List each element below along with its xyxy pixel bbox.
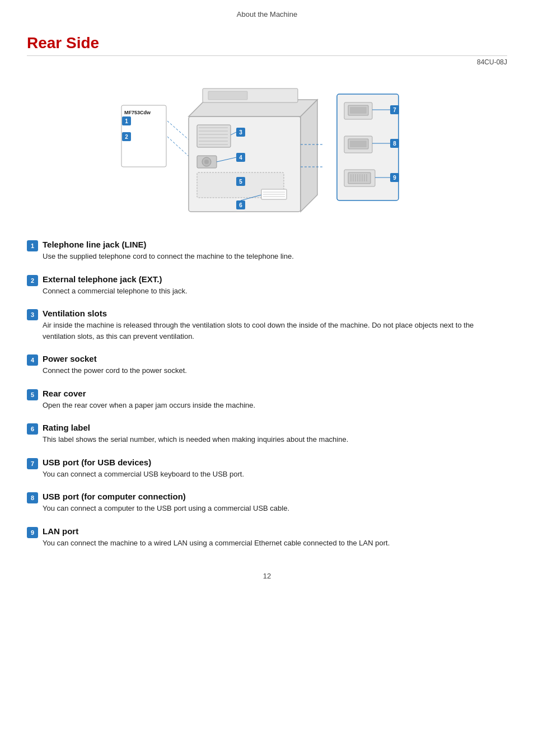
item-1-title: Telephone line jack (LINE) — [43, 240, 507, 249]
item-4-desc: Connect the power cord to the power sock… — [43, 365, 507, 376]
page-title: Rear Side — [27, 34, 507, 56]
item-4: 4 Power socket Connect the power cord to… — [27, 354, 507, 376]
item-1: 1 Telephone line jack (LINE) Use the sup… — [27, 240, 507, 262]
badge-1: 1 — [27, 240, 38, 251]
svg-text:2: 2 — [125, 134, 128, 140]
badge-8: 8 — [27, 492, 38, 503]
item-6: 6 Rating label This label shows the seri… — [27, 423, 507, 445]
svg-text:7: 7 — [393, 107, 396, 113]
badge-4: 4 — [27, 354, 38, 366]
machine-diagram: MF753Cdw 1 2 — [27, 72, 507, 223]
item-1-desc: Use the supplied telephone cord to conne… — [43, 251, 507, 262]
item-3-content: Ventilation slots Air inside the machine… — [43, 309, 507, 342]
item-9-desc: You can connect the machine to a wired L… — [43, 538, 507, 549]
page-footer: 12 — [0, 561, 534, 586]
badge-2: 2 — [27, 275, 38, 286]
item-7-title: USB port (for USB devices) — [43, 458, 507, 467]
item-5-title: Rear cover — [43, 389, 507, 398]
model-code: 84CU-08J — [27, 58, 507, 66]
svg-text:1: 1 — [125, 118, 128, 124]
svg-text:5: 5 — [239, 179, 242, 185]
item-8: 8 USB port (for computer connection) You… — [27, 492, 507, 514]
item-4-content: Power socket Connect the power cord to t… — [43, 354, 507, 376]
badge-5: 5 — [27, 389, 38, 400]
badge-6: 6 — [27, 423, 38, 435]
badge-9: 9 — [27, 527, 38, 538]
item-2-desc: Connect a commercial telephone to this j… — [43, 286, 507, 297]
item-9: 9 LAN port You can connect the machine t… — [27, 526, 507, 549]
item-5: 5 Rear cover Open the rear cover when a … — [27, 389, 507, 411]
badge-3: 3 — [27, 309, 38, 320]
svg-rect-42 — [350, 107, 367, 114]
item-3-desc: Air inside the machine is released throu… — [43, 320, 507, 342]
item-3-title: Ventilation slots — [43, 309, 507, 318]
item-8-desc: You can connect a computer to the USB po… — [43, 503, 507, 514]
item-7-content: USB port (for USB devices) You can conne… — [43, 458, 507, 480]
machine-rear-svg: MF753Cdw 1 2 — [116, 72, 323, 223]
item-5-desc: Open the rear cover when a paper jam occ… — [43, 400, 507, 411]
svg-text:MF753Cdw: MF753Cdw — [124, 110, 151, 115]
page-breadcrumb: About the Machine — [0, 0, 534, 24]
breadcrumb-text: About the Machine — [237, 10, 297, 18]
item-8-title: USB port (for computer connection) — [43, 492, 507, 501]
svg-rect-10 — [208, 91, 247, 100]
svg-rect-53 — [348, 172, 371, 184]
svg-text:9: 9 — [393, 175, 396, 181]
page-number: 12 — [263, 572, 271, 580]
svg-text:6: 6 — [239, 202, 242, 208]
item-6-content: Rating label This label shows the serial… — [43, 423, 507, 445]
item-7: 7 USB port (for USB devices) You can con… — [27, 458, 507, 480]
item-6-desc: This label shows the serial number, whic… — [43, 434, 507, 445]
item-4-title: Power socket — [43, 354, 507, 363]
item-2-title: External telephone jack (EXT.) — [43, 274, 507, 284]
item-2-content: External telephone jack (EXT.) Connect a… — [43, 274, 507, 297]
items-list: 1 Telephone line jack (LINE) Use the sup… — [27, 240, 507, 548]
item-3: 3 Ventilation slots Air inside the machi… — [27, 309, 507, 342]
svg-text:3: 3 — [239, 129, 242, 136]
item-9-title: LAN port — [43, 526, 507, 536]
item-6-title: Rating label — [43, 423, 507, 432]
svg-text:8: 8 — [393, 141, 396, 147]
badge-7: 7 — [27, 458, 38, 469]
svg-rect-48 — [350, 141, 367, 147]
svg-rect-11 — [197, 125, 231, 147]
item-9-content: LAN port You can connect the machine to … — [43, 526, 507, 549]
item-5-content: Rear cover Open the rear cover when a pa… — [43, 389, 507, 411]
item-7-desc: You can connect a commercial USB keyboar… — [43, 469, 507, 480]
item-8-content: USB port (for computer connection) You c… — [43, 492, 507, 514]
item-1-content: Telephone line jack (LINE) Use the suppl… — [43, 240, 507, 262]
svg-text:4: 4 — [239, 155, 242, 161]
svg-point-23 — [204, 160, 209, 164]
ports-detail-svg: 7 8 9 — [334, 72, 418, 223]
item-2: 2 External telephone jack (EXT.) Connect… — [27, 274, 507, 297]
